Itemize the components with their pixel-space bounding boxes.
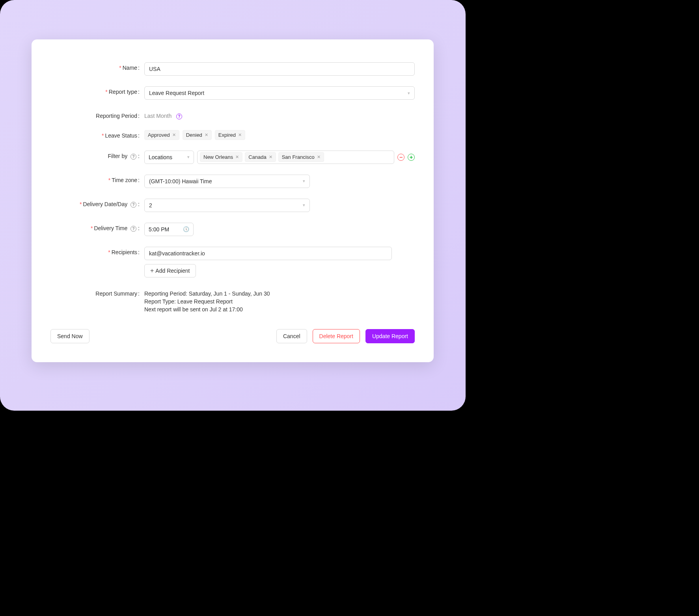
remove-filter-button[interactable]: −: [397, 154, 404, 161]
required-marker: *: [119, 65, 121, 71]
row-report-type: *Report type: Leave Request Report ▾: [50, 86, 415, 100]
leave-status-tags: Approved✕ Denied✕ Expired✕: [144, 130, 415, 140]
required-marker: *: [108, 177, 110, 183]
label-delivery-date: *Delivery Date/Day ?:: [50, 199, 144, 208]
required-marker: *: [105, 89, 107, 95]
time-zone-select[interactable]: (GMT-10:00) Hawaii Time ▾: [144, 175, 310, 188]
page-background: *Name: *Report type: Leave Request Repor…: [0, 0, 466, 411]
chevron-down-icon: ▾: [408, 91, 410, 96]
help-icon[interactable]: ?: [130, 154, 136, 160]
help-icon[interactable]: ?: [130, 202, 136, 208]
report-form-card: *Name: *Report type: Leave Request Repor…: [32, 39, 434, 362]
send-now-button[interactable]: Send Now: [50, 329, 89, 343]
time-zone-value: (GMT-10:00) Hawaii Time: [149, 178, 212, 184]
row-report-summary: Report Summary: Reporting Period: Saturd…: [50, 288, 415, 314]
close-icon[interactable]: ✕: [269, 154, 272, 160]
row-name: *Name:: [50, 62, 415, 76]
label-name: *Name:: [50, 62, 144, 71]
label-recipients: *Recipients:: [50, 247, 144, 255]
required-marker: *: [102, 132, 104, 139]
delivery-date-value: 2: [149, 202, 152, 208]
label-report-type: *Report type:: [50, 86, 144, 95]
row-filter-by: Filter by ?: Locations ▾ New Orleans✕ Ca…: [50, 151, 415, 164]
close-icon[interactable]: ✕: [317, 154, 321, 160]
delivery-date-select[interactable]: 2 ▾: [144, 199, 310, 212]
filter-type-value: Locations: [149, 154, 172, 160]
summary-period: Reporting Period: Saturday, Jun 1 - Sund…: [144, 290, 415, 297]
required-marker: *: [108, 249, 110, 255]
tag-approved[interactable]: Approved✕: [144, 130, 179, 140]
summary-next: Next report will be sent on Jul 2 at 17:…: [144, 306, 415, 313]
recipient-input[interactable]: [144, 247, 392, 260]
tag-canada[interactable]: Canada✕: [245, 152, 276, 162]
summary-type: Report Type: Leave Request Report: [144, 298, 415, 305]
label-delivery-time: *Delivery Time ?:: [50, 223, 144, 232]
chevron-down-icon: ▾: [187, 154, 190, 160]
label-leave-status: *Leave Status:: [50, 130, 144, 139]
chevron-down-icon: ▾: [303, 179, 305, 184]
clock-icon: 🕔: [183, 226, 189, 232]
row-reporting-period: Reporting Period: Last Month ?: [50, 110, 415, 119]
plus-icon: +: [150, 267, 154, 274]
chevron-down-icon: ▾: [303, 203, 305, 208]
close-icon[interactable]: ✕: [205, 132, 208, 138]
form-footer: Send Now Cancel Delete Report Update Rep…: [50, 329, 415, 343]
close-icon[interactable]: ✕: [238, 132, 242, 138]
row-recipients: *Recipients: + Add Recipient: [50, 247, 415, 277]
tag-new-orleans[interactable]: New Orleans✕: [200, 152, 242, 162]
delivery-time-input[interactable]: 5:00 PM 🕔: [144, 223, 194, 236]
row-leave-status: *Leave Status: Approved✕ Denied✕ Expired…: [50, 130, 415, 140]
help-icon[interactable]: ?: [176, 114, 182, 119]
required-marker: *: [80, 201, 82, 207]
tag-expired[interactable]: Expired✕: [215, 130, 245, 140]
row-delivery-date: *Delivery Date/Day ?: 2 ▾: [50, 199, 415, 212]
close-icon[interactable]: ✕: [235, 154, 239, 160]
add-filter-button[interactable]: +: [408, 154, 415, 161]
tag-san-francisco[interactable]: San Francisco✕: [278, 152, 324, 162]
add-recipient-button[interactable]: + Add Recipient: [144, 264, 196, 277]
row-delivery-time: *Delivery Time ?: 5:00 PM 🕔: [50, 223, 415, 236]
filter-values-multiselect[interactable]: New Orleans✕ Canada✕ San Francisco✕: [197, 151, 394, 164]
reporting-period-value: Last Month: [144, 113, 171, 119]
report-type-value: Leave Request Report: [149, 90, 204, 96]
close-icon[interactable]: ✕: [172, 132, 176, 138]
cancel-button[interactable]: Cancel: [276, 329, 307, 343]
label-time-zone: *Time zone:: [50, 175, 144, 183]
label-filter-by: Filter by ?:: [50, 151, 144, 160]
update-report-button[interactable]: Update Report: [365, 329, 415, 343]
name-input[interactable]: [144, 62, 415, 76]
row-time-zone: *Time zone: (GMT-10:00) Hawaii Time ▾: [50, 175, 415, 188]
tag-denied[interactable]: Denied✕: [183, 130, 212, 140]
help-icon[interactable]: ?: [130, 226, 136, 232]
delete-report-button[interactable]: Delete Report: [313, 329, 360, 343]
label-reporting-period: Reporting Period:: [50, 110, 144, 119]
required-marker: *: [91, 225, 93, 231]
label-report-summary: Report Summary:: [50, 288, 144, 297]
delivery-time-value: 5:00 PM: [149, 226, 169, 233]
report-type-select[interactable]: Leave Request Report ▾: [144, 86, 415, 100]
filter-type-select[interactable]: Locations ▾: [144, 151, 194, 164]
